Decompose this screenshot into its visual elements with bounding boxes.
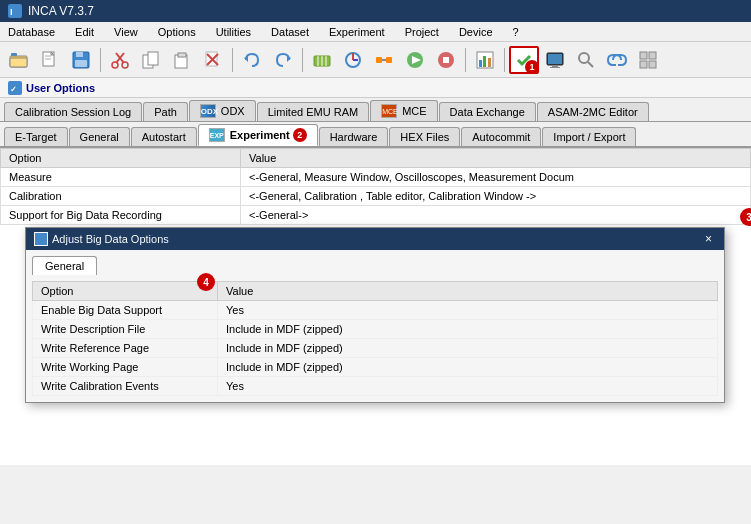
dialog-table-row[interactable]: Enable Big Data Support Yes xyxy=(33,301,718,320)
tabs-row1: Calibration Session Log Path ODX ODX Lim… xyxy=(0,98,751,121)
paste-button[interactable] xyxy=(167,46,197,74)
tab-odx-label: ODX xyxy=(221,105,245,117)
tab-experiment[interactable]: EXP Experiment 2 xyxy=(198,124,318,146)
tab-hardware[interactable]: Hardware xyxy=(319,127,389,146)
menu-view[interactable]: View xyxy=(110,25,142,39)
row-measure-option: Measure xyxy=(1,168,241,187)
row-measure-value: <-General, Measure Window, Oscilloscopes… xyxy=(241,168,751,187)
tab-general-label: General xyxy=(80,131,119,143)
open-button[interactable] xyxy=(4,46,34,74)
svg-rect-11 xyxy=(75,60,87,67)
svg-text:✓: ✓ xyxy=(10,85,17,94)
delete-button[interactable] xyxy=(198,46,228,74)
svg-point-15 xyxy=(122,62,128,68)
tab-odx[interactable]: ODX ODX xyxy=(189,100,256,121)
tab-data-exchange[interactable]: Data Exchange xyxy=(439,102,536,121)
run-button[interactable] xyxy=(400,46,430,74)
dialog-row-write-work-value: Include in MDF (zipped) xyxy=(218,358,718,377)
mce-icon: MCE xyxy=(381,104,397,118)
dialog-row-write-ref-option: Write Reference Page xyxy=(33,339,218,358)
dialog-title-left: Adjust Big Data Options xyxy=(34,232,169,246)
odx-icon: ODX xyxy=(200,104,216,118)
svg-point-14 xyxy=(112,62,118,68)
tab-e-target-label: E-Target xyxy=(15,131,57,143)
chart-button[interactable] xyxy=(470,46,500,74)
tab-hardware-label: Hardware xyxy=(330,131,378,143)
tab-calibration-session-log-label: Calibration Session Log xyxy=(15,106,131,118)
tab-autostart[interactable]: Autostart xyxy=(131,127,197,146)
dialog-title-text: Adjust Big Data Options xyxy=(52,233,169,245)
dialog-tab-general[interactable]: General xyxy=(32,256,97,275)
dialog-tab-general-label: General xyxy=(45,260,84,272)
dialog-row-write-ref-value: Include in MDF (zipped) xyxy=(218,339,718,358)
title-bar: I INCA V7.3.7 xyxy=(0,0,751,22)
dialog-table-row[interactable]: Write Reference Page Include in MDF (zip… xyxy=(33,339,718,358)
dialog-row-enable-option: Enable Big Data Support xyxy=(33,301,218,320)
table-row[interactable]: Calibration <-General, Calibration , Tab… xyxy=(1,187,751,206)
tab-import-export[interactable]: Import / Export xyxy=(542,127,636,146)
check-highlighted-button[interactable]: 1 xyxy=(509,46,539,74)
display-button[interactable] xyxy=(540,46,570,74)
dialog-row-write-cal-option: Write Calibration Events xyxy=(33,377,218,396)
dialog-row-enable-value: Yes xyxy=(218,301,718,320)
svg-text:I: I xyxy=(10,7,13,17)
toolbar-sep-2 xyxy=(232,48,233,72)
tab-limited-emu-ram[interactable]: Limited EMU RAM xyxy=(257,102,369,121)
new-button[interactable] xyxy=(35,46,65,74)
redo-button[interactable] xyxy=(268,46,298,74)
copy-button[interactable] xyxy=(136,46,166,74)
badge-1: 1 xyxy=(525,60,539,74)
tab-general[interactable]: General xyxy=(69,127,130,146)
menu-utilities[interactable]: Utilities xyxy=(212,25,255,39)
svg-rect-38 xyxy=(443,57,449,63)
dialog-table-row[interactable]: Write Description File Include in MDF (z… xyxy=(33,320,718,339)
menu-device[interactable]: Device xyxy=(455,25,497,39)
tab-experiment-badge: 2 xyxy=(293,128,307,142)
table-row[interactable]: Support for Big Data Recording <-General… xyxy=(1,206,751,225)
menu-project[interactable]: Project xyxy=(401,25,443,39)
svg-point-48 xyxy=(579,53,589,63)
tab-mce[interactable]: MCE MCE xyxy=(370,100,437,121)
svg-rect-33 xyxy=(386,57,392,63)
search-button[interactable] xyxy=(571,46,601,74)
calibrate-button[interactable] xyxy=(338,46,368,74)
svg-rect-4 xyxy=(10,58,27,67)
menu-options[interactable]: Options xyxy=(154,25,200,39)
undo-button[interactable] xyxy=(237,46,267,74)
tab-asam-2mc-editor[interactable]: ASAM-2MC Editor xyxy=(537,102,649,121)
tab-calibration-session-log[interactable]: Calibration Session Log xyxy=(4,102,142,121)
menu-help[interactable]: ? xyxy=(509,25,523,39)
grid-button[interactable] xyxy=(633,46,663,74)
tab-hex-files[interactable]: HEX Files xyxy=(389,127,460,146)
menu-experiment[interactable]: Experiment xyxy=(325,25,389,39)
tab-hex-files-label: HEX Files xyxy=(400,131,449,143)
tab-path[interactable]: Path xyxy=(143,102,188,121)
link-button[interactable] xyxy=(602,46,632,74)
connect-button[interactable] xyxy=(369,46,399,74)
stop-run-button[interactable] xyxy=(431,46,461,74)
main-content: Option Value Measure <-General, Measure … xyxy=(0,148,751,465)
svg-rect-47 xyxy=(548,54,562,64)
dialog-title-bar: Adjust Big Data Options × xyxy=(26,228,724,250)
table-row[interactable]: Measure <-General, Measure Window, Oscil… xyxy=(1,168,751,187)
dialog-table-row[interactable]: Write Working Page Include in MDF (zippe… xyxy=(33,358,718,377)
save-button[interactable] xyxy=(66,46,96,74)
toolbar: 1 xyxy=(0,42,751,78)
menu-edit[interactable]: Edit xyxy=(71,25,98,39)
measure-button[interactable] xyxy=(307,46,337,74)
menu-dataset[interactable]: Dataset xyxy=(267,25,313,39)
dialog-row-write-work-option: Write Working Page xyxy=(33,358,218,377)
dialog-close-button[interactable]: × xyxy=(701,232,716,246)
app-title: INCA V7.3.7 xyxy=(28,4,94,18)
options-table: Option Value Measure <-General, Measure … xyxy=(0,148,751,225)
cut-button[interactable] xyxy=(105,46,135,74)
tab-autocommit[interactable]: Autocommit xyxy=(461,127,541,146)
dialog-table-row[interactable]: Write Calibration Events Yes xyxy=(33,377,718,396)
row-bigdata-value: <-General-> 3 xyxy=(241,206,751,225)
menu-database[interactable]: Database xyxy=(4,25,59,39)
tab-e-target[interactable]: E-Target xyxy=(4,127,68,146)
badge-4: 4 xyxy=(197,273,215,291)
svg-rect-52 xyxy=(640,61,647,68)
svg-rect-41 xyxy=(483,56,486,67)
tab-data-exchange-label: Data Exchange xyxy=(450,106,525,118)
